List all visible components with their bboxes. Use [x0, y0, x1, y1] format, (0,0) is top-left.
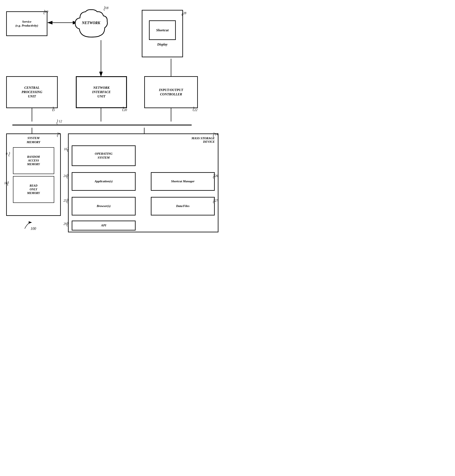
- browsers-box: Browser(s): [72, 197, 136, 215]
- os-box: OPERATING SYSTEM: [72, 145, 136, 166]
- applications-label: Application(s): [95, 179, 113, 183]
- bus-line: [12, 125, 192, 126]
- ram-squiggle: [8, 152, 11, 157]
- mass-storage-box: MASS STORAGE DEVICE OPERATING SYSTEM App…: [68, 134, 219, 232]
- fig100-arrow: [24, 222, 32, 230]
- ram-label: RANDOM ACCESS MEMORY: [27, 155, 40, 167]
- shortcut-manager-box: Shortcut Manager: [151, 172, 215, 191]
- data-files-label: Data/Files: [176, 204, 189, 208]
- display-label: Display: [157, 42, 168, 47]
- os-squiggle: [66, 147, 70, 152]
- api-label: API: [101, 223, 106, 228]
- bus-squiggle: [55, 119, 59, 125]
- applications-box: Application(s): [72, 172, 136, 191]
- rom-box: READ ONLY MEMORY: [13, 176, 54, 203]
- niu-squiggle: [121, 107, 125, 111]
- network-cloud: NETWORK: [74, 7, 108, 39]
- df-squiggle: [212, 199, 216, 203]
- cpu-squiggle: [51, 107, 55, 111]
- ref-9: 9: [6, 152, 8, 156]
- sys-mem-squiggle: [56, 132, 60, 137]
- app-squiggle: [65, 174, 69, 179]
- sm-squiggle: [212, 174, 216, 179]
- io-squiggle: [192, 107, 195, 111]
- service-squiggle: [42, 10, 46, 14]
- svg-text:NETWORK: NETWORK: [81, 21, 101, 25]
- shortcut-label: Shortcut: [156, 28, 169, 32]
- cpu-label: CENTRAL PROCESSING UNIT: [22, 86, 42, 98]
- display-squiggle: [180, 11, 184, 16]
- system-memory-label: SYSTEM MEMORY: [27, 136, 40, 144]
- data-files-box: Data/Files: [151, 197, 215, 215]
- browsers-label: Browser(s): [97, 204, 111, 208]
- niu-box: NETWORK INTERFACE UNIT: [76, 76, 127, 108]
- niu-label: NETWORK INTERFACE UNIT: [92, 86, 111, 98]
- cloud-svg: NETWORK: [74, 7, 108, 39]
- system-memory-box: SYSTEM MEMORY RANDOM ACCESS MEMORY READ …: [6, 134, 61, 216]
- ram-box: RANDOM ACCESS MEMORY: [13, 147, 54, 174]
- io-label: INPUT/OUTPUT CONTROLLER: [159, 88, 183, 97]
- io-controller-box: INPUT/OUTPUT CONTROLLER: [144, 76, 198, 108]
- rom-label: READ ONLY MEMORY: [27, 184, 40, 195]
- service-label: Service (e.g. Productivity): [16, 20, 38, 28]
- service-box: Service (e.g. Productivity): [6, 11, 47, 36]
- api-squiggle: [65, 222, 69, 227]
- br-squiggle: [65, 199, 69, 203]
- mass-storage-label: MASS STORAGE DEVICE: [191, 136, 215, 143]
- rom-squiggle: [6, 181, 10, 186]
- api-box: API: [72, 221, 136, 230]
- shortcut-manager-label: Shortcut Manager: [171, 179, 195, 183]
- diagram: 12 Service (e.g. Productivity) 19 NETWOR…: [0, 0, 228, 238]
- cpu-box: CENTRAL PROCESSING UNIT: [6, 76, 58, 108]
- mass-squiggle: [212, 132, 216, 137]
- network-squiggle: [103, 6, 106, 11]
- display-outer-box: Shortcut Display: [142, 10, 183, 57]
- os-label: OPERATING SYSTEM: [95, 152, 113, 160]
